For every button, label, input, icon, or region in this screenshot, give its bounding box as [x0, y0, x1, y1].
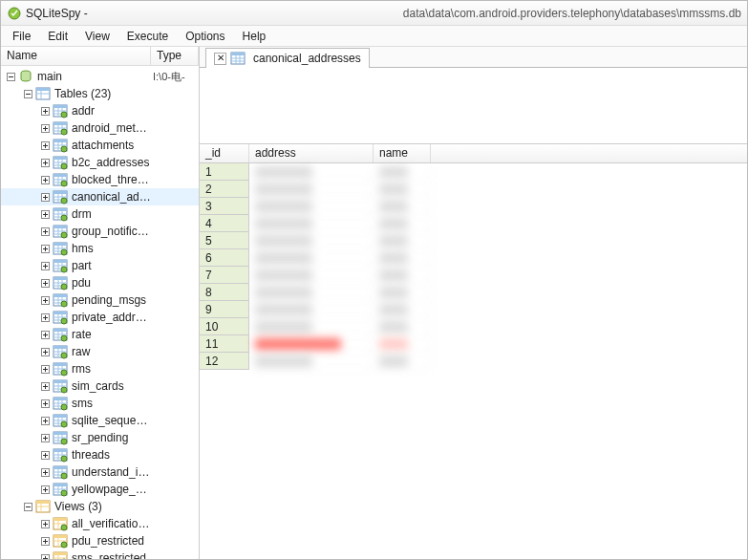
expand-icon[interactable] — [39, 415, 51, 426]
schema-tree[interactable]: mainI:\0-电-Tables (23)addrandroid_metada… — [1, 66, 199, 559]
expand-icon[interactable] — [39, 157, 51, 168]
tree-tables-group[interactable]: Tables (23) — [1, 85, 199, 102]
tree-table-group-notifications[interactable]: group_notifications — [1, 223, 199, 240]
menu-help[interactable]: Help — [235, 28, 274, 45]
grid-row[interactable]: 5 — [200, 232, 747, 249]
expand-icon[interactable] — [39, 294, 51, 306]
tree-view-sms-restricted[interactable]: sms_restricted — [1, 549, 199, 559]
tree-views-group[interactable]: Views (3) — [1, 498, 199, 515]
menu-view[interactable]: View — [77, 28, 118, 45]
tree-table-drm[interactable]: drm — [1, 205, 199, 223]
menu-edit[interactable]: Edit — [40, 28, 75, 45]
grid-row[interactable]: 1 — [200, 163, 747, 181]
col-address[interactable]: address — [249, 144, 374, 162]
menu-execute[interactable]: Execute — [119, 28, 176, 45]
expand-icon[interactable] — [39, 432, 51, 443]
expand-icon[interactable] — [39, 260, 51, 271]
tree-table-hms[interactable]: hms — [1, 240, 199, 257]
expand-icon[interactable] — [39, 518, 51, 529]
svg-rect-7 — [36, 88, 50, 91]
expand-icon[interactable] — [22, 501, 33, 512]
expand-icon[interactable] — [39, 535, 51, 547]
menu-file[interactable]: File — [5, 28, 38, 45]
expand-icon[interactable] — [39, 449, 51, 461]
tree-table-sqlite-sequence[interactable]: sqlite_sequence — [1, 412, 199, 429]
tab-label: canonical_addresses — [253, 52, 361, 65]
grid-row[interactable]: 7 — [200, 267, 747, 284]
tab-close-icon[interactable]: ✕ — [214, 53, 226, 65]
expand-icon[interactable] — [39, 277, 51, 289]
content-pane: ✕ canonical_addresses _id address name 1… — [200, 47, 747, 559]
sql-editor[interactable] — [200, 68, 747, 144]
grid-row[interactable]: 6 — [200, 249, 747, 267]
row-id: 6 — [200, 249, 249, 267]
expand-icon[interactable] — [39, 363, 51, 375]
grid-row[interactable]: 4 — [200, 215, 747, 232]
grid-row[interactable]: 9 — [200, 301, 747, 318]
tree-table-rate[interactable]: rate — [1, 326, 199, 343]
expand-icon[interactable] — [39, 312, 51, 323]
tree-header-type[interactable]: Type — [151, 47, 199, 65]
tree-view-pdu-restricted[interactable]: pdu_restricted — [1, 532, 199, 549]
expand-icon[interactable] — [39, 105, 51, 117]
expand-icon[interactable] — [39, 122, 51, 134]
expand-icon[interactable] — [39, 380, 51, 392]
expand-icon[interactable] — [39, 346, 51, 357]
tree-table-b2c-addresses[interactable]: b2c_addresses — [1, 154, 199, 171]
grid-row[interactable]: 10 — [200, 318, 747, 335]
expand-icon[interactable] — [39, 140, 51, 151]
tree-table-understand-info[interactable]: understand_info — [1, 463, 199, 481]
tree-table-rms[interactable]: rms — [1, 360, 199, 377]
expand-icon[interactable] — [39, 329, 51, 340]
table-icon — [53, 378, 68, 394]
col-name[interactable]: name — [374, 144, 431, 162]
tree-table-sr-pending[interactable]: sr_pending — [1, 429, 199, 446]
tree-view-all-verification-code[interactable]: all_verification_code — [1, 515, 199, 532]
tree-table-private-addresses[interactable]: private_addresses — [1, 309, 199, 326]
tree-table-pdu[interactable]: pdu — [1, 274, 199, 291]
table-icon — [53, 138, 68, 153]
expand-icon[interactable] — [5, 71, 16, 82]
result-grid[interactable]: _id address name 123456789101112 — [200, 144, 747, 559]
svg-point-209 — [61, 439, 67, 444]
expand-icon[interactable] — [39, 243, 51, 254]
tab-canonical-addresses[interactable]: ✕ canonical_addresses — [205, 48, 370, 68]
tree-table-threads[interactable]: threads — [1, 446, 199, 463]
tree-main[interactable]: mainI:\0-电- — [1, 68, 199, 85]
grid-row[interactable]: 3 — [200, 198, 747, 215]
tree-header-name[interactable]: Name — [1, 47, 151, 65]
tree-table-sim-cards[interactable]: sim_cards — [1, 377, 199, 395]
tree-table-yellowpage-addresses[interactable]: yellowpage_addresses — [1, 481, 199, 498]
expand-icon[interactable] — [39, 174, 51, 185]
tree-table-attachments[interactable]: attachments — [1, 137, 199, 154]
col-id[interactable]: _id — [200, 144, 249, 162]
svg-rect-214 — [53, 449, 67, 452]
expand-icon[interactable] — [39, 191, 51, 203]
cell-address — [249, 215, 374, 232]
expand-icon[interactable] — [39, 484, 51, 495]
tree-table-sms[interactable]: sms — [1, 395, 199, 412]
expand-icon[interactable] — [39, 466, 51, 478]
expand-icon[interactable] — [39, 226, 51, 237]
expand-icon[interactable] — [39, 398, 51, 409]
tree-table-part[interactable]: part — [1, 257, 199, 274]
cell-address — [249, 232, 374, 249]
grid-row[interactable]: 2 — [200, 181, 747, 198]
node-type: I:\0-电- — [153, 70, 199, 84]
tree-table-pending-msgs[interactable]: pending_msgs — [1, 291, 199, 309]
expand-icon[interactable] — [39, 208, 51, 220]
expand-icon[interactable] — [22, 88, 33, 99]
svg-point-79 — [61, 215, 67, 221]
menu-options[interactable]: Options — [178, 28, 232, 45]
tree-table-canonical-addresses[interactable]: canonical_addresses — [1, 188, 199, 205]
expand-icon[interactable] — [39, 552, 51, 559]
tree-table-android-metadata[interactable]: android_metadata — [1, 119, 199, 137]
grid-row[interactable]: 8 — [200, 284, 747, 301]
tree-table-addr[interactable]: addr — [1, 102, 199, 119]
grid-row[interactable]: 12 — [200, 353, 747, 370]
tree-table-raw[interactable]: raw — [1, 343, 199, 360]
grid-row[interactable]: 11 — [200, 335, 747, 353]
node-label: addr — [72, 104, 153, 118]
row-id: 11 — [200, 335, 249, 353]
tree-table-blocked-threads[interactable]: blocked_threads — [1, 171, 199, 188]
